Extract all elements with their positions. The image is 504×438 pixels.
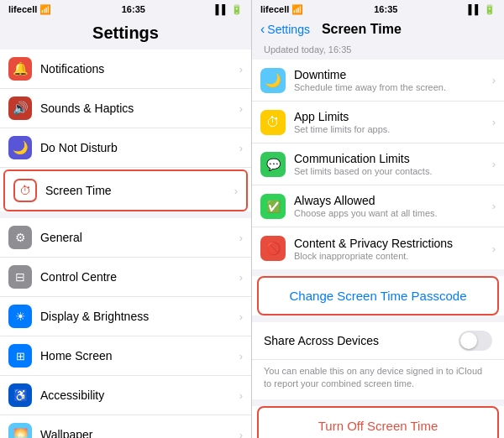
wallpaper-icon: 🌅 — [8, 423, 32, 438]
screen-time-items-group: 🌙 Downtime Schedule time away from the s… — [252, 60, 504, 269]
display-icon: ☀ — [8, 305, 32, 328]
app-limits-content: App Limits Set time limits for apps. — [294, 110, 492, 134]
settings-item-display[interactable]: ☀ Display & Brightness › — [0, 297, 251, 336]
chevron-icon: › — [239, 310, 243, 323]
downtime-subtitle: Schedule time away from the screen. — [294, 82, 492, 92]
chevron-icon: › — [234, 185, 238, 197]
chevron-icon: › — [239, 142, 243, 154]
settings-item-home-screen[interactable]: ⊞ Home Screen › — [0, 336, 251, 376]
screen-time-icon: ⏱ — [13, 179, 37, 202]
change-passcode-button[interactable]: Change Screen Time Passcode — [257, 276, 499, 315]
app-limits-subtitle: Set time limits for apps. — [294, 124, 492, 134]
settings-item-screen-time[interactable]: ⏱ Screen Time › — [3, 169, 248, 211]
home-screen-label: Home Screen — [40, 349, 239, 362]
share-group: Share Across Devices You can enable this… — [252, 322, 504, 399]
app-limits-title: App Limits — [294, 110, 492, 123]
general-label: General — [40, 231, 239, 244]
left-time: 16:35 — [122, 4, 145, 14]
dnd-icon: 🌙 — [8, 136, 32, 159]
settings-item-wallpaper[interactable]: 🌅 Wallpaper › — [0, 415, 251, 438]
chevron-icon: › — [239, 63, 243, 76]
left-panel: lifecell 📶 16:35 ▌▌ 🔋 Settings 🔔 Notific… — [0, 0, 252, 438]
right-wifi-icon: 📶 — [291, 4, 303, 15]
downtime-title: Downtime — [294, 68, 492, 81]
left-status-bar: lifecell 📶 16:35 ▌▌ 🔋 — [0, 0, 251, 18]
right-item-downtime[interactable]: 🌙 Downtime Schedule time away from the s… — [252, 60, 504, 102]
settings-item-notifications[interactable]: 🔔 Notifications › — [0, 50, 251, 89]
display-label: Display & Brightness — [40, 310, 239, 323]
turn-off-button[interactable]: Turn Off Screen Time — [257, 406, 499, 438]
chevron-icon: › — [239, 271, 243, 284]
wallpaper-label: Wallpaper — [40, 428, 239, 438]
share-label: Share Across Devices — [264, 334, 459, 347]
chevron-icon: › — [239, 350, 243, 362]
communication-subtitle: Set limits based on your contacts. — [294, 166, 492, 176]
share-toggle[interactable] — [459, 331, 492, 351]
right-content: 🌙 Downtime Schedule time away from the s… — [252, 60, 504, 438]
home-screen-icon: ⊞ — [8, 344, 32, 368]
change-passcode-group: Change Screen Time Passcode — [252, 276, 504, 315]
left-page-title: Settings — [0, 18, 251, 50]
right-status-bar: lifecell 📶 16:35 ▌▌ 🔋 — [252, 0, 504, 18]
downtime-content: Downtime Schedule time away from the scr… — [294, 68, 492, 92]
settings-item-general[interactable]: ⚙ General › — [0, 218, 251, 258]
carrier-text: lifecell — [8, 4, 37, 14]
always-allowed-icon: ✅ — [260, 194, 286, 219]
updated-bar: Updated today, 16:35 — [252, 42, 504, 60]
notifications-label: Notifications — [40, 62, 239, 76]
settings-item-control-centre[interactable]: ⊟ Control Centre › — [0, 258, 251, 297]
always-allowed-title: Always Allowed — [294, 194, 492, 207]
left-carrier: lifecell 📶 — [8, 4, 51, 15]
app-limits-icon: ⏱ — [260, 110, 286, 135]
share-desc: You can enable this on any device signed… — [252, 360, 504, 399]
downtime-icon: 🌙 — [260, 68, 286, 93]
right-battery: ▌▌ 🔋 — [468, 4, 496, 15]
back-label: Settings — [267, 23, 310, 36]
control-centre-label: Control Centre — [40, 270, 239, 284]
settings-list: 🔔 Notifications › 🔊 Sounds & Haptics › 🌙… — [0, 50, 251, 438]
toggle-knob — [460, 332, 477, 349]
chevron-icon: › — [239, 429, 243, 439]
chevron-icon: › — [492, 242, 496, 255]
communication-content: Communication Limits Set limits based on… — [294, 152, 492, 176]
right-item-always-allowed[interactable]: ✅ Always Allowed Choose apps you want at… — [252, 185, 504, 227]
chevron-icon: › — [492, 158, 496, 170]
right-item-communication[interactable]: 💬 Communication Limits Set limits based … — [252, 143, 504, 185]
right-nav: ‹ Settings Screen Time — [252, 18, 504, 42]
content-privacy-title: Content & Privacy Restrictions — [294, 237, 492, 250]
sounds-label: Sounds & Haptics — [40, 102, 239, 115]
right-item-app-limits[interactable]: ⏱ App Limits Set time limits for apps. › — [252, 102, 504, 143]
right-time: 16:35 — [374, 4, 397, 14]
settings-item-dnd[interactable]: 🌙 Do Not Disturb › — [0, 128, 251, 168]
notifications-icon: 🔔 — [8, 57, 32, 81]
chevron-icon: › — [239, 102, 243, 115]
always-allowed-content: Always Allowed Choose apps you want at a… — [294, 194, 492, 218]
content-privacy-subtitle: Block inappropriate content. — [294, 251, 492, 261]
right-signal-icon: ▌▌ — [468, 4, 481, 14]
control-centre-icon: ⊟ — [8, 265, 32, 289]
back-chevron-icon: ‹ — [260, 22, 265, 37]
always-allowed-subtitle: Choose apps you want at all times. — [294, 208, 492, 218]
chevron-icon: › — [492, 116, 496, 128]
settings-group-2: ⚙ General › ⊟ Control Centre › ☀ Display… — [0, 218, 251, 438]
turn-off-group: Turn Off Screen Time — [252, 406, 504, 438]
chevron-icon: › — [239, 232, 243, 244]
wifi-icon: 📶 — [39, 4, 51, 15]
chevron-icon: › — [492, 200, 496, 212]
settings-item-accessibility[interactable]: ♿ Accessibility › — [0, 376, 251, 415]
back-button[interactable]: ‹ Settings — [260, 22, 310, 37]
accessibility-icon: ♿ — [8, 383, 32, 407]
settings-item-sounds[interactable]: 🔊 Sounds & Haptics › — [0, 89, 251, 128]
right-panel: lifecell 📶 16:35 ▌▌ 🔋 ‹ Settings Screen … — [252, 0, 504, 438]
content-privacy-icon: 🚫 — [260, 236, 286, 261]
signal-icon: ▌▌ — [215, 4, 228, 14]
chevron-icon: › — [239, 389, 243, 402]
communication-title: Communication Limits — [294, 152, 492, 165]
screen-time-label: Screen Time — [45, 184, 234, 197]
right-item-content-privacy[interactable]: 🚫 Content & Privacy Restrictions Block i… — [252, 227, 504, 269]
dnd-label: Do Not Disturb — [40, 141, 239, 154]
right-page-title: Screen Time — [322, 22, 402, 37]
accessibility-label: Accessibility — [40, 388, 239, 402]
chevron-icon: › — [492, 74, 496, 86]
battery-icon: 🔋 — [231, 4, 243, 15]
